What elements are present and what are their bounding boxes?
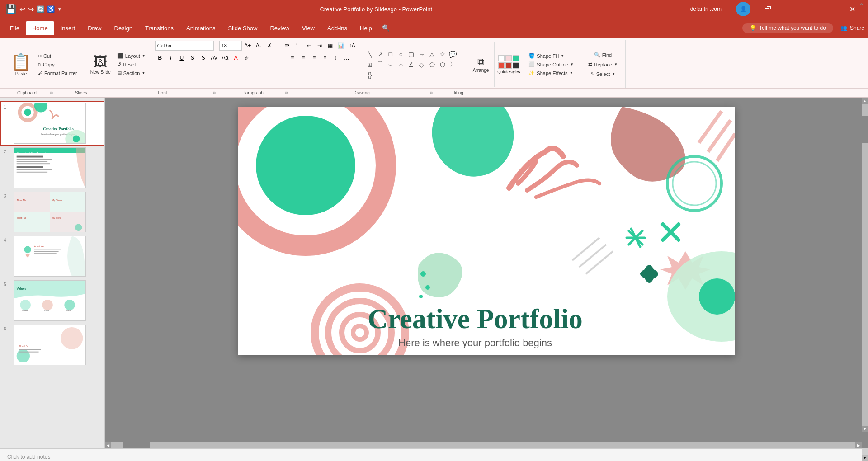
menu-help[interactable]: Help xyxy=(354,21,378,35)
style-swatch-1[interactable] xyxy=(498,55,505,61)
find-button[interactable]: 🔍 Find xyxy=(591,51,614,59)
slide-item-1[interactable]: 1 Creative Portfolio Here is where your … xyxy=(0,101,104,146)
menu-draw[interactable]: Draw xyxy=(81,21,108,35)
minimize-btn[interactable]: ─ xyxy=(786,0,807,18)
scroll-h-thumb[interactable] xyxy=(123,442,150,448)
shape-chevron-btn[interactable]: 〉 xyxy=(448,60,458,70)
copy-button[interactable]: ⧉ Copy xyxy=(36,61,79,69)
paste-button[interactable]: 📋 Paste xyxy=(7,51,35,78)
redo-btn[interactable]: ↪ xyxy=(28,5,34,14)
quick-styles-label[interactable]: Quick Styles xyxy=(497,70,520,74)
menu-addins[interactable]: Add-ins xyxy=(321,21,354,35)
autosave-btn[interactable]: 🔄 xyxy=(37,5,44,13)
restore-window-btn[interactable]: 🗗 xyxy=(758,0,778,18)
align-right-btn[interactable]: ≡ xyxy=(309,53,319,63)
bold-button[interactable]: B xyxy=(155,53,165,63)
align-left-btn[interactable]: ≡ xyxy=(288,53,297,63)
style-swatch-2[interactable] xyxy=(505,55,512,61)
shape-arc-btn[interactable]: ⌢ xyxy=(396,60,406,70)
shape-triangle-btn[interactable]: △ xyxy=(427,49,437,59)
font-expand-icon[interactable]: ⧉ xyxy=(213,91,216,95)
shape-angle-btn[interactable]: ∠ xyxy=(406,60,416,70)
strikethrough-button[interactable]: S xyxy=(188,53,198,63)
shape-curve2-btn[interactable]: ⌣ xyxy=(386,60,396,70)
reset-button[interactable]: ↺ Reset xyxy=(115,61,147,68)
menu-transitions[interactable]: Transitions xyxy=(139,21,180,35)
menu-design[interactable]: Design xyxy=(108,21,139,35)
new-slide-button[interactable]: 🖼 New Slide xyxy=(87,52,114,76)
slide-item-6[interactable]: 6 What I Do xyxy=(0,323,104,367)
arrange-button[interactable]: ⧉ Arrange xyxy=(470,55,492,74)
canvas-scrollbar-bottom[interactable]: ◀ ▶ xyxy=(105,442,862,448)
menu-file[interactable]: File xyxy=(4,21,26,35)
style-swatch-6[interactable] xyxy=(513,62,519,69)
scroll-left-btn[interactable]: ◀ xyxy=(105,442,111,448)
maximize-btn[interactable]: □ xyxy=(814,0,835,18)
font-size-input[interactable] xyxy=(219,41,242,51)
undo-btn[interactable]: ↩ xyxy=(19,5,25,14)
share-button[interactable]: 👥 Share xyxy=(840,25,864,31)
shape-effects-button[interactable]: ✨ Shape Effects ▼ xyxy=(526,69,576,77)
bullets-btn[interactable]: ≡• xyxy=(282,41,292,51)
slide-item-3[interactable]: 3 About Me My Clients What I Do My Work xyxy=(0,190,104,234)
clipboard-expand-icon[interactable]: ⧉ xyxy=(50,91,53,95)
menu-review[interactable]: Review xyxy=(264,21,296,35)
numbering-btn[interactable]: 1. xyxy=(293,41,303,51)
menu-insert[interactable]: Insert xyxy=(54,21,82,35)
clear-format-btn[interactable]: ✗ xyxy=(264,41,274,51)
font-color-btn[interactable]: A xyxy=(231,53,241,63)
shape-arrow-btn[interactable]: ↗ xyxy=(375,49,385,59)
scroll-down-btn[interactable]: ▼ xyxy=(862,426,868,432)
align-center-btn[interactable]: ≡ xyxy=(298,53,308,63)
increase-indent-btn[interactable]: ⇥ xyxy=(315,41,325,51)
shape-rounded-rect-btn[interactable]: ▢ xyxy=(406,49,416,59)
shape-outline-button[interactable]: ⬜ Shape Outline ▼ xyxy=(526,61,576,68)
menu-home[interactable]: Home xyxy=(26,21,54,35)
user-avatar[interactable]: 👤 xyxy=(736,2,750,16)
shape-diamond-btn[interactable]: ◇ xyxy=(417,60,427,70)
font-family-input[interactable] xyxy=(155,41,214,51)
shape-fill-button[interactable]: 🪣 Shape Fill ▼ xyxy=(526,52,576,60)
shape-more-btn[interactable]: ⊞ xyxy=(365,60,375,70)
paragraph-expand-icon[interactable]: ⧉ xyxy=(285,91,288,95)
scroll-thumb[interactable] xyxy=(862,116,868,143)
accessibility-btn[interactable]: ♿ xyxy=(47,5,55,13)
section-button[interactable]: ▤ Section ▼ xyxy=(115,69,147,77)
shadow-btn[interactable]: S̲ xyxy=(198,53,208,63)
shape-pentagon-btn[interactable]: ⬠ xyxy=(427,60,437,70)
font-size-increase-btn[interactable]: A+ xyxy=(243,41,253,51)
underline-button[interactable]: U xyxy=(177,53,187,63)
scroll-right-btn[interactable]: ▶ xyxy=(855,442,862,448)
char-spacing-btn[interactable]: AV xyxy=(209,53,219,63)
layout-button[interactable]: ⬛ Layout ▼ xyxy=(115,52,147,60)
line-spacing-btn[interactable]: ↕ xyxy=(331,53,341,63)
shape-star-btn[interactable]: ☆ xyxy=(438,49,448,59)
shape-right-arrow-btn[interactable]: → xyxy=(417,49,427,59)
slide-canvas[interactable]: Creative Portfolio Here is where your po… xyxy=(238,107,735,355)
style-swatch-5[interactable] xyxy=(505,62,512,69)
shape-line-btn[interactable]: ╲ xyxy=(365,49,375,59)
scroll-up-btn[interactable]: ▲ xyxy=(862,98,868,104)
smart-art-btn[interactable]: 📊 xyxy=(336,41,346,51)
dropdown-arrow[interactable]: ▼ xyxy=(57,7,62,12)
tell-me-search[interactable]: 💡 Tell me what you want to do xyxy=(742,23,833,33)
slide-item-2[interactable]: 2 Contents of This Template xyxy=(0,146,104,190)
shape-misc-btn[interactable]: ⋯ xyxy=(375,70,385,80)
notes-bar[interactable]: Click to add notes xyxy=(0,448,868,461)
replace-button[interactable]: ⇄ Replace ▼ xyxy=(585,61,620,68)
shape-rect-btn[interactable]: □ xyxy=(386,49,396,59)
columns-btn[interactable]: ▦ xyxy=(326,41,335,51)
format-painter-button[interactable]: 🖌 Format Painter xyxy=(36,70,79,77)
text-direction-btn[interactable]: ↕A xyxy=(347,41,357,51)
style-swatch-4[interactable] xyxy=(498,62,505,69)
change-case-btn[interactable]: Aa xyxy=(220,53,230,63)
italic-button[interactable]: I xyxy=(166,53,176,63)
style-swatch-3[interactable] xyxy=(513,55,519,61)
ribbon-collapse-btn[interactable]: ⌃ xyxy=(859,2,864,10)
canvas-scrollbar-right[interactable]: ▲ ▼ xyxy=(862,98,868,432)
slide-item-5[interactable]: 5 Values Nursery Focus Flare xyxy=(0,278,104,323)
select-button[interactable]: ↖ Select ▼ xyxy=(588,70,618,78)
shape-hexagon-btn[interactable]: ⬡ xyxy=(438,60,448,70)
drawing-expand-icon[interactable]: ⧉ xyxy=(430,91,433,95)
font-size-decrease-btn[interactable]: A- xyxy=(254,41,264,51)
